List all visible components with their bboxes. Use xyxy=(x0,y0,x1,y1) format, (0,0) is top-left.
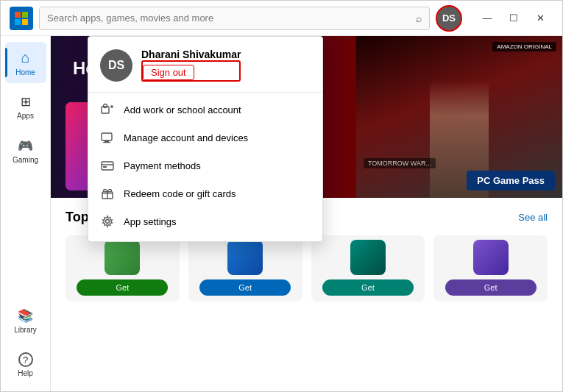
minimize-button[interactable]: — xyxy=(474,5,500,32)
signout-button[interactable]: Sign out xyxy=(143,65,194,80)
dropdown-avatar: DS xyxy=(100,49,132,82)
redeem-icon xyxy=(100,186,115,201)
svg-rect-11 xyxy=(102,162,113,170)
window-controls: — ☐ ✕ xyxy=(474,5,553,32)
redeem-label: Redeem code or gift cards xyxy=(124,188,236,199)
gaming-icon: 🎮 xyxy=(18,138,33,154)
settings-icon xyxy=(100,214,115,229)
user-dropdown-menu: DS Dharani Shivakumar Sign out xyxy=(88,36,323,242)
svg-rect-3 xyxy=(22,19,28,25)
svg-point-5 xyxy=(104,104,107,108)
sidebar-label-gaming: Gaming xyxy=(13,156,38,164)
svg-rect-13 xyxy=(103,166,107,168)
app-card-icon-4 xyxy=(473,240,509,275)
close-button[interactable]: ✕ xyxy=(527,5,553,32)
sidebar-label-help: Help xyxy=(18,369,33,377)
sidebar-item-library[interactable]: 📚 Library xyxy=(5,300,46,341)
sidebar-item-gaming[interactable]: 🎮 Gaming xyxy=(5,130,46,171)
dropdown-user-info: Dharani Shivakumar Sign out xyxy=(141,49,241,82)
library-icon: 📚 xyxy=(18,308,33,324)
home-icon: ⌂ xyxy=(21,49,29,66)
svg-rect-9 xyxy=(105,140,109,142)
app-body: ⌂ Home ⊞ Apps 🎮 Gaming 📚 Library ? Help xyxy=(1,36,562,391)
app-get-button-3[interactable]: Get xyxy=(322,279,414,296)
app-card-2: Get xyxy=(188,235,302,302)
dropdown-item-payment[interactable]: Payment methods xyxy=(88,152,322,179)
app-card-4: Get xyxy=(433,235,548,302)
app-window: ⌕ DS — ☐ ✕ ⌂ Home ⊞ Apps 🎮 Gaming xyxy=(0,0,563,392)
maximize-button[interactable]: ☐ xyxy=(500,5,527,32)
svg-rect-1 xyxy=(22,12,28,18)
hero-right-card: AMAZON ORIGINAL TOMORROW WAR... PC Game … xyxy=(356,36,562,198)
sidebar-label-library: Library xyxy=(14,326,37,334)
amazon-badge: AMAZON ORIGINAL xyxy=(492,42,556,51)
app-card-icon-2 xyxy=(227,240,263,275)
game-pass-label: PC Game Pass xyxy=(477,175,545,186)
search-bar[interactable]: ⌕ xyxy=(39,7,430,30)
sidebar-item-apps[interactable]: ⊞ Apps xyxy=(5,86,46,127)
dropdown-username: Dharani Shivakumar xyxy=(141,49,241,60)
dropdown-divider-1 xyxy=(88,92,322,93)
svg-rect-2 xyxy=(15,19,21,25)
svg-point-17 xyxy=(106,220,110,224)
titlebar: ⌕ DS — ☐ ✕ xyxy=(1,1,562,36)
dropdown-header: DS Dharani Shivakumar Sign out xyxy=(88,37,322,89)
app-card-3: Get xyxy=(311,235,425,302)
game-pass-banner: PC Game Pass xyxy=(467,171,555,190)
user-avatar-button[interactable]: DS xyxy=(436,5,462,32)
sidebar-label-apps: Apps xyxy=(17,112,34,120)
manage-account-icon xyxy=(100,130,115,145)
svg-rect-0 xyxy=(15,12,21,18)
svg-rect-8 xyxy=(102,133,112,140)
app-card-icon-3 xyxy=(350,240,386,275)
sidebar-label-home: Home xyxy=(15,68,35,76)
manage-account-label: Manage account and devices xyxy=(124,132,248,143)
settings-label: App settings xyxy=(124,216,177,227)
app-get-button-4[interactable]: Get xyxy=(445,279,537,296)
signout-highlight-box: Sign out xyxy=(141,60,241,82)
add-work-label: Add work or school account xyxy=(124,104,241,115)
app-get-button-1[interactable]: Get xyxy=(77,279,168,296)
sidebar-item-home[interactable]: ⌂ Home xyxy=(5,42,46,83)
sidebar-item-help[interactable]: ? Help xyxy=(5,344,46,385)
search-input[interactable] xyxy=(47,13,411,24)
apps-icon: ⊞ xyxy=(21,94,31,110)
dropdown-item-add-work[interactable]: Add work or school account xyxy=(88,96,322,124)
hero-right-bg: AMAZON ORIGINAL TOMORROW WAR... PC Game … xyxy=(356,36,562,198)
app-card-icon-1 xyxy=(105,240,140,275)
add-work-icon xyxy=(100,102,115,117)
dropdown-item-manage-account[interactable]: Manage account and devices xyxy=(88,124,322,152)
help-icon: ? xyxy=(18,352,33,367)
app-cards-row: Get Get Get Get xyxy=(65,235,548,302)
tomorrow-badge: TOMORROW WAR... xyxy=(364,158,436,168)
main-content: Home SUN & TILE AMAZON ORIGINAL xyxy=(51,36,562,391)
payment-icon xyxy=(100,158,115,173)
sidebar: ⌂ Home ⊞ Apps 🎮 Gaming 📚 Library ? Help xyxy=(1,36,51,391)
svg-rect-10 xyxy=(103,142,110,143)
payment-label: Payment methods xyxy=(124,160,201,171)
see-all-link[interactable]: See all xyxy=(518,212,548,223)
app-logo xyxy=(10,7,33,30)
dropdown-item-settings[interactable]: App settings xyxy=(88,207,322,235)
dropdown-item-redeem[interactable]: Redeem code or gift cards xyxy=(88,179,322,207)
app-card-1: Get xyxy=(65,235,180,302)
search-icon: ⌕ xyxy=(416,13,422,24)
app-get-button-2[interactable]: Get xyxy=(199,279,291,296)
